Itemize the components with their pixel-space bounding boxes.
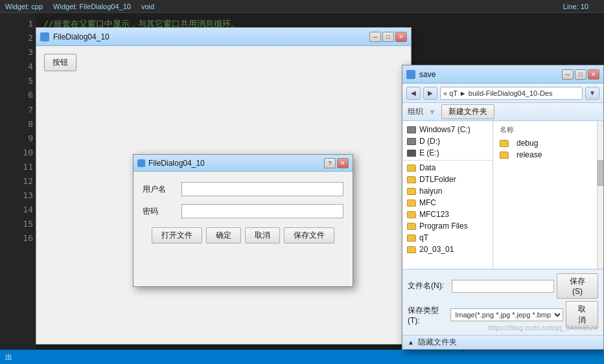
- save-nav-toolbar: ◀ ▶ « qT ► build-FileDialog04_10-Des ▼: [402, 84, 603, 103]
- save-bottom-area: 文件名(N): 保存(S) 保存类型(T): Image(*.png *.jpg…: [402, 269, 603, 335]
- save-dialog-controls: ─ □ ✕: [562, 69, 599, 80]
- breadcrumb-dropdown[interactable]: ▼: [585, 87, 599, 100]
- breadcrumb-text: « qT ► build-FileDialog04_10-Des: [443, 89, 552, 97]
- filetype-label: 保存类型(T):: [408, 305, 450, 325]
- status-bar: 出: [0, 350, 604, 364]
- file-item-release[interactable]: release: [497, 149, 593, 161]
- main-minimize-button[interactable]: ─: [369, 32, 381, 42]
- main-close-button[interactable]: ✕: [395, 32, 407, 42]
- collapse-triangle-icon: ▲: [408, 339, 414, 346]
- main-window-controls: ─ □ ✕: [369, 32, 407, 42]
- password-input[interactable]: [181, 204, 343, 218]
- tree-item-mfc[interactable]: MFC: [402, 197, 493, 209]
- tree-label-e: E (E:): [419, 148, 439, 157]
- confirm-button[interactable]: 确定: [206, 227, 241, 244]
- tree-label-mfc123: MFC123: [419, 210, 449, 219]
- folder-icon-qt: [406, 233, 417, 242]
- filetype-select[interactable]: Image(*.png *.jpg *.jepg *.bmp: [450, 308, 563, 321]
- dialog-titlebar: FileDialog04_10 ? ✕: [134, 155, 353, 172]
- save-minimize-button[interactable]: ─: [562, 69, 574, 80]
- tree-label-date: 20_03_01: [419, 245, 454, 254]
- tree-item-mfc123[interactable]: MFC123: [402, 209, 493, 220]
- tree-item-haiyun[interactable]: haiyun: [402, 185, 493, 197]
- folder-icon-debug: [500, 140, 509, 147]
- toolbar-separator: ▼: [428, 108, 436, 117]
- save-restore-button[interactable]: □: [575, 69, 587, 80]
- drive-icon-c: [406, 125, 417, 134]
- dialog-title: FileDialog04_10: [148, 159, 205, 168]
- filename-row: 文件名(N): 保存(S): [408, 273, 598, 299]
- folder-icon-haiyun: [406, 187, 417, 196]
- collapse-bar[interactable]: ▲ 隐藏文件夹: [402, 335, 603, 349]
- dialog-help-button[interactable]: ?: [324, 158, 336, 168]
- username-input[interactable]: [181, 182, 343, 196]
- new-folder-button[interactable]: 新建文件夹: [441, 104, 494, 119]
- save-button[interactable]: 保存(S): [557, 273, 598, 299]
- folder-icon-mfc123: [406, 210, 417, 219]
- tree-label-d: D (D:): [419, 137, 440, 146]
- username-row: 用户名: [143, 182, 343, 196]
- file-item-debug[interactable]: debug: [497, 137, 593, 149]
- save-dialog: save ─ □ ✕ ◀ ▶ « qT ► build-FileDialog04…: [402, 65, 604, 350]
- filetype-row: 保存类型(T): Image(*.png *.jpg *.jepg *.bmp …: [408, 301, 598, 328]
- save-left-tree[interactable]: Windows7 (C:) D (D:) E (E:) Data DTLFold…: [402, 121, 493, 269]
- topbar-item-3[interactable]: void: [141, 3, 154, 10]
- status-left-label: 出: [5, 352, 12, 362]
- forward-button[interactable]: ▶: [423, 87, 437, 100]
- tree-divider: [402, 160, 493, 161]
- tree-label-data: Data: [419, 163, 436, 172]
- filename-input[interactable]: [452, 280, 554, 293]
- collapse-label: 隐藏文件夹: [418, 337, 457, 348]
- folder-icon-mfc: [406, 198, 417, 207]
- dialog-buttons: 打开文件 确定 取消 保存文件: [143, 227, 343, 244]
- save-file-button[interactable]: 保存文件: [284, 227, 334, 244]
- top-bar: Widget: cpp Widget: FileDialog04_10 void…: [0, 0, 604, 13]
- tree-label-mfc: MFC: [419, 198, 436, 207]
- file-dialog-window: FileDialog04_10 ? ✕ 用户名 密码 打开文件 确定 取消 保存…: [133, 154, 353, 287]
- line-numbers: 1 2 3 4 5 6 7 8 9 10 11 12 13 14 15 16: [0, 13, 36, 350]
- save-right-file-list[interactable]: 名称 debug release: [493, 121, 597, 269]
- save-dialog-titlebar: save ─ □ ✕: [402, 65, 603, 84]
- tree-label-qt: qT: [419, 233, 428, 242]
- dialog-controls: ? ✕: [324, 158, 349, 168]
- back-button[interactable]: ◀: [406, 87, 421, 100]
- tree-item-20_03_01[interactable]: 20_03_01: [402, 244, 493, 255]
- open-file-button[interactable]: 打开文件: [152, 227, 202, 244]
- save-dialog-icon: [406, 70, 415, 79]
- folder-icon-dtl: [406, 175, 417, 184]
- tree-label-dtl: DTLFolder: [419, 175, 456, 184]
- organizer-label: 组织: [408, 106, 423, 117]
- tree-item-d[interactable]: D (D:): [402, 135, 493, 147]
- tree-item-programfiles[interactable]: Program Files: [402, 220, 493, 232]
- tree-label-haiyun: haiyun: [419, 187, 442, 196]
- dialog-content: 用户名 密码 打开文件 确定 取消 保存文件: [134, 172, 353, 250]
- save-close-button[interactable]: ✕: [588, 69, 599, 80]
- folder-icon-data: [406, 163, 417, 172]
- dialog-close-button[interactable]: ✕: [337, 158, 349, 168]
- tree-item-windows7[interactable]: Windows7 (C:): [402, 124, 493, 135]
- main-restore-button[interactable]: □: [382, 32, 394, 42]
- topbar-item-4: Line: 10: [563, 3, 588, 10]
- save-main-area: Windows7 (C:) D (D:) E (E:) Data DTLFold…: [402, 121, 603, 269]
- dialog-title-icon: [137, 159, 145, 167]
- main-window-icon: [40, 32, 49, 41]
- tree-item-qt[interactable]: qT: [402, 232, 493, 244]
- tree-label-pf: Program Files: [419, 222, 468, 231]
- topbar-item-2[interactable]: Widget: FileDialog04_10: [53, 3, 131, 10]
- cancel-button[interactable]: 取消: [245, 227, 280, 244]
- cancel-save-button[interactable]: 取消: [566, 301, 598, 328]
- main-window-content: 按钮: [36, 46, 411, 79]
- tree-item-e[interactable]: E (E:): [402, 147, 493, 159]
- topbar-item-1[interactable]: Widget: cpp: [5, 3, 43, 10]
- breadcrumb[interactable]: « qT ► build-FileDialog04_10-Des: [440, 87, 583, 100]
- file-label-release: release: [517, 150, 542, 159]
- tree-label-windows7: Windows7 (C:): [419, 125, 470, 134]
- drive-icon-e: [406, 148, 417, 157]
- tree-scrollbar[interactable]: [597, 121, 603, 269]
- tree-item-dtlfolder[interactable]: DTLFolder: [402, 174, 493, 185]
- password-row: 密码: [143, 204, 343, 218]
- tree-item-data[interactable]: Data: [402, 162, 493, 174]
- save-dialog-title: save: [419, 70, 436, 79]
- main-button[interactable]: 按钮: [44, 54, 76, 71]
- tree-scrollbar-thumb[interactable]: [598, 160, 603, 186]
